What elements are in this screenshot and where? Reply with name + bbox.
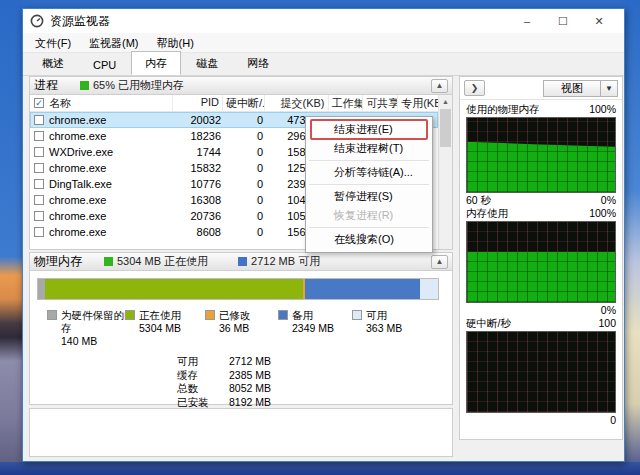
row-checkbox[interactable] (34, 163, 44, 173)
in-use-square-icon (80, 81, 89, 90)
app-icon (30, 14, 44, 28)
column-name[interactable]: ✓ 名称 (30, 95, 173, 111)
scroll-up-icon[interactable]: ▲ (439, 95, 452, 108)
graph-min-label: 0 (610, 414, 616, 427)
empty-panel (29, 408, 453, 457)
view-dropdown-icon[interactable]: ▼ (601, 80, 618, 97)
graph-max-label: 100 (598, 317, 616, 330)
process-scrollbar[interactable]: ▲ (438, 95, 452, 249)
menu-monitor[interactable]: 监视器(M) (80, 33, 148, 52)
memory-in-use-status: 5304 MB 正在使用 (117, 254, 208, 269)
view-button[interactable]: 视图 (543, 80, 601, 97)
bar-segment-standby (305, 279, 420, 299)
menu-item-end-process[interactable]: 结束进程(E) (306, 120, 432, 139)
graph-used-physical-memory: 使用的物理内存 100% 60 秒 0% (466, 103, 616, 207)
graph-commit-charge: 内存使用 100% 0% (466, 207, 616, 317)
select-all-checkbox[interactable]: ✓ (34, 98, 44, 108)
legend-hardware-reserved: 为硬件保留的内存 140 MB (47, 309, 135, 348)
memory-available-status: 2712 MB 可用 (251, 254, 320, 269)
graphs-panel: ❯ 视图 ▼ 使用的物理内存 100% 60 秒 0% 内存使 (459, 76, 623, 440)
tab-network[interactable]: 网络 (233, 51, 283, 75)
collapse-chevron-icon[interactable]: ▲ (431, 79, 448, 93)
row-checkbox[interactable] (34, 211, 44, 221)
menu-item-end-process-tree[interactable]: 结束进程树(T) (306, 139, 432, 158)
graph-max-label: 100% (589, 103, 616, 116)
graphs-toolbar: ❯ 视图 ▼ (460, 77, 622, 100)
tab-memory[interactable]: 内存 (131, 51, 181, 75)
row-checkbox[interactable] (34, 131, 44, 141)
graph-fill (467, 142, 615, 192)
memory-section-title: 物理内存 (34, 253, 82, 270)
context-menu: 结束进程(E) 结束进程树(T) 分析等待链(A)... 暂停进程(S) 恢复进… (305, 116, 433, 253)
scrollbar-thumb[interactable] (440, 109, 451, 147)
physical-memory-panel: 物理内存 5304 MB 正在使用 2712 MB 可用 ▲ 为硬件保留的内存 … (29, 252, 453, 405)
graph-plot (466, 331, 616, 413)
legend-modified: 已修改 36 MB (205, 309, 251, 335)
row-checkbox[interactable] (34, 179, 44, 189)
graph-title: 内存使用 (466, 207, 508, 220)
bar-segment-free (420, 279, 438, 299)
process-table-header: ✓ 名称 PID 硬中断/... 提交(KB) 工作集(... 可共享(... … (30, 95, 452, 112)
graph-hard-faults: 硬中断/秒 100 0 (466, 317, 616, 427)
column-pid[interactable]: PID (173, 95, 223, 111)
menu-file[interactable]: 文件(F) (26, 33, 80, 52)
graph-time-label: 60 秒 (466, 194, 491, 207)
collapse-panel-button[interactable]: ❯ (464, 80, 485, 96)
available-square-icon (238, 257, 247, 266)
graph-min-label: 0% (601, 194, 616, 207)
title-bar: 资源监视器 – ☐ ✕ (23, 9, 624, 33)
menu-help[interactable]: 帮助(H) (148, 33, 203, 52)
legend-square-icon (47, 310, 57, 320)
legend-square-icon (205, 310, 215, 320)
maximize-button[interactable]: ☐ (545, 10, 581, 32)
menu-item-suspend-process[interactable]: 暂停进程(S) (306, 187, 432, 206)
process-section-header[interactable]: 进程 65% 已用物理内存 ▲ (30, 77, 452, 95)
close-button[interactable]: ✕ (581, 10, 617, 32)
graph-min-label: 0% (601, 304, 616, 317)
menu-item-resume-process: 恢复进程(R) (306, 206, 432, 225)
graph-max-label: 100% (589, 207, 616, 220)
column-private[interactable]: 专用(KB) (398, 95, 438, 111)
graph-plot (466, 221, 616, 303)
legend-standby: 备用 2349 MB (278, 309, 334, 335)
bar-segment-hardware-reserved (38, 279, 45, 299)
memory-usage-bar (37, 278, 439, 300)
window-title: 资源监视器 (50, 13, 110, 30)
graph-title: 使用的物理内存 (466, 103, 540, 116)
graph-plot (466, 117, 616, 193)
row-checkbox[interactable] (34, 195, 44, 205)
column-shareable[interactable]: 可共享(... (363, 95, 398, 111)
column-hard-faults[interactable]: 硬中断/... (223, 95, 265, 111)
tab-cpu[interactable]: CPU (79, 54, 130, 75)
tab-disk[interactable]: 磁盘 (182, 51, 232, 75)
row-checkbox[interactable] (34, 147, 44, 157)
tab-overview[interactable]: 概述 (28, 51, 78, 75)
memory-stats: 可用2712 MB 缓存2385 MB 总数8052 MB 已安装8192 MB (177, 355, 271, 409)
legend-square-icon (125, 310, 135, 320)
menu-item-search-online[interactable]: 在线搜索(O) (306, 230, 432, 249)
menu-separator (309, 160, 429, 161)
menu-separator (309, 184, 429, 185)
process-section-status: 65% 已用物理内存 (93, 78, 184, 93)
collapse-chevron-icon[interactable]: ▲ (431, 255, 448, 269)
desktop-background-right (625, 0, 640, 475)
minimize-button[interactable]: – (509, 10, 545, 32)
window-controls: – ☐ ✕ (509, 10, 617, 32)
graph-title: 硬中断/秒 (466, 317, 511, 330)
process-section-title: 进程 (34, 77, 58, 94)
row-checkbox[interactable] (34, 227, 44, 237)
menu-separator (309, 227, 429, 228)
desktop-background-bottom (0, 462, 640, 475)
graph-fill (467, 252, 615, 302)
column-commit[interactable]: 提交(KB) (265, 95, 329, 111)
legend-in-use: 正在使用 5304 MB (125, 309, 181, 335)
tab-bar: 概述 CPU 内存 磁盘 网络 (23, 53, 624, 76)
column-working-set[interactable]: 工作集(... (329, 95, 364, 111)
legend-square-icon (352, 310, 362, 320)
memory-section-header[interactable]: 物理内存 5304 MB 正在使用 2712 MB 可用 ▲ (30, 253, 452, 271)
in-use-square-icon (104, 257, 113, 266)
row-checkbox[interactable] (34, 115, 44, 125)
legend-free: 可用 363 MB (352, 309, 402, 335)
menu-item-analyze-wait-chain[interactable]: 分析等待链(A)... (306, 163, 432, 182)
bar-segment-in-use (45, 279, 303, 299)
